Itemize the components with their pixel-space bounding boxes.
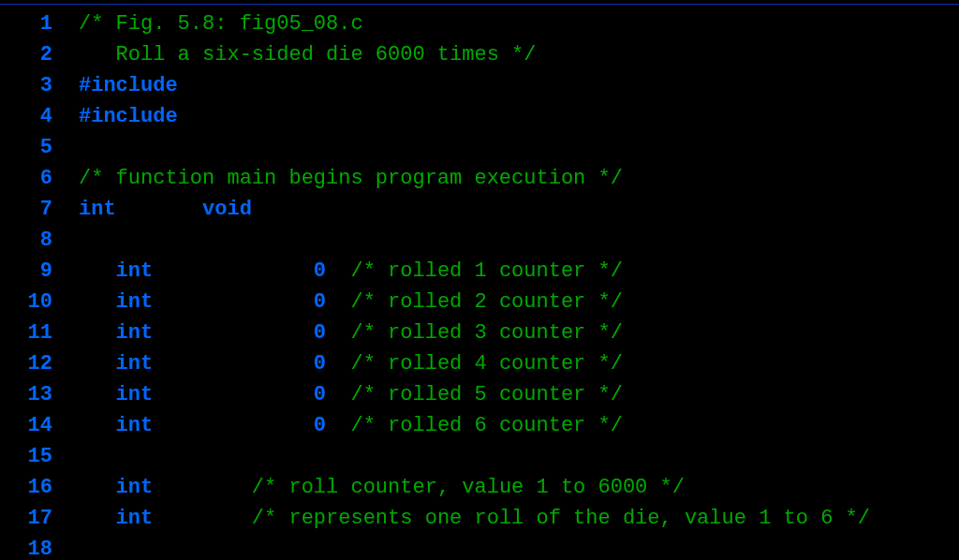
code-line: 2 Roll a six-sided die 6000 times */ (0, 39, 959, 70)
code-content: int 0 /* rolled 5 counter */ (52, 379, 959, 410)
code-line: 17 int /* represents one roll of the die… (0, 503, 959, 534)
token-plain (326, 414, 350, 437)
token-plain (79, 383, 116, 406)
code-content (52, 132, 959, 163)
token-number: 0 (314, 259, 326, 283)
token-plain (79, 290, 116, 314)
token-number: 0 (314, 352, 326, 376)
token-keyword: int (116, 507, 154, 530)
code-line: 1/* Fig. 5.8: fig05_08.c (0, 8, 959, 39)
code-content: #include (52, 101, 959, 132)
token-keyword: int (79, 198, 116, 221)
token-plain (79, 259, 116, 283)
token-keyword: int (116, 259, 154, 283)
code-line: 10 int 0 /* rolled 2 counter */ (0, 287, 959, 317)
token-keyword: int (116, 383, 154, 406)
token-plain (153, 507, 252, 530)
line-number: 5 (0, 132, 52, 163)
token-keyword: int (116, 321, 154, 345)
token-keyword: int (116, 414, 154, 437)
token-plain (326, 290, 350, 314)
token-comment: /* represents one roll of the die, value… (252, 507, 870, 530)
code-line: 14 int 0 /* rolled 6 counter */ (0, 410, 959, 441)
token-number: 0 (314, 414, 326, 437)
code-line: 11 int 0 /* rolled 3 counter */ (0, 317, 959, 348)
code-content: int 0 /* rolled 4 counter */ (52, 348, 959, 379)
code-editor: 1/* Fig. 5.8: fig05_08.c2 Roll a six-sid… (0, 8, 959, 560)
code-content: #include (52, 70, 959, 101)
token-comment: /* function main begins program executio… (79, 167, 623, 190)
code-content: int void (52, 194, 959, 225)
token-plain (326, 321, 350, 345)
line-number: 14 (0, 410, 52, 441)
code-line: 9 int 0 /* rolled 1 counter */ (0, 256, 959, 287)
token-keyword: #include (79, 105, 178, 128)
line-number: 3 (0, 70, 52, 101)
token-keyword: int (116, 290, 154, 314)
code-content: /* function main begins program executio… (52, 163, 959, 194)
line-number: 9 (0, 256, 52, 287)
code-line: 4#include (0, 101, 959, 132)
token-plain (153, 352, 314, 376)
token-plain (326, 352, 350, 376)
token-comment: /* rolled 3 counter */ (350, 321, 622, 345)
code-content: int /* roll counter, value 1 to 6000 */ (52, 472, 959, 503)
token-plain (153, 476, 252, 499)
code-line: 18 (0, 534, 959, 560)
code-line: 13 int 0 /* rolled 5 counter */ (0, 379, 959, 410)
token-keyword: int (116, 352, 154, 376)
token-comment: /* rolled 2 counter */ (350, 290, 622, 314)
token-number: 0 (314, 290, 326, 314)
code-line: 16 int /* roll counter, value 1 to 6000 … (0, 472, 959, 503)
code-line: 3#include (0, 70, 959, 101)
token-plain (153, 290, 314, 314)
token-comment: /* Fig. 5.8: fig05_08.c (79, 12, 363, 36)
code-content (52, 534, 959, 560)
code-content: /* Fig. 5.8: fig05_08.c (52, 8, 959, 39)
code-line: 5 (0, 132, 959, 163)
token-comment: /* roll counter, value 1 to 6000 */ (252, 476, 685, 499)
line-number: 1 (0, 8, 52, 39)
token-keyword: int (116, 476, 154, 499)
line-number: 13 (0, 379, 52, 410)
code-content: int 0 /* rolled 3 counter */ (52, 317, 959, 348)
line-number: 17 (0, 503, 52, 534)
code-content: Roll a six-sided die 6000 times */ (52, 39, 959, 70)
code-content (52, 225, 959, 256)
line-number: 2 (0, 39, 52, 70)
token-plain (79, 414, 116, 437)
token-comment: /* rolled 5 counter */ (350, 383, 622, 406)
code-line: 15 (0, 441, 959, 472)
token-plain (153, 414, 314, 437)
line-number: 16 (0, 472, 52, 503)
token-plain (79, 352, 116, 376)
line-number: 8 (0, 225, 52, 256)
code-line: 12 int 0 /* rolled 4 counter */ (0, 348, 959, 379)
code-content: int 0 /* rolled 1 counter */ (52, 256, 959, 287)
line-number: 7 (0, 194, 52, 225)
code-content: int 0 /* rolled 6 counter */ (52, 410, 959, 441)
token-keyword: #include (79, 74, 178, 97)
token-comment: Roll a six-sided die 6000 times */ (79, 43, 536, 66)
token-comment: /* rolled 4 counter */ (350, 352, 622, 376)
token-comment: /* rolled 6 counter */ (350, 414, 622, 437)
token-number: 0 (314, 321, 326, 345)
token-plain (116, 198, 202, 221)
token-comment: /* rolled 1 counter */ (350, 259, 622, 283)
code-content: int 0 /* rolled 2 counter */ (52, 287, 959, 317)
code-line: 6/* function main begins program executi… (0, 163, 959, 194)
token-keyword: void (202, 198, 252, 221)
line-number: 6 (0, 163, 52, 194)
line-number: 15 (0, 441, 52, 472)
token-plain (153, 321, 314, 345)
code-content (52, 441, 959, 472)
code-line: 7int void (0, 194, 959, 225)
token-plain (79, 321, 116, 345)
line-number: 12 (0, 348, 52, 379)
top-separator (0, 4, 959, 5)
token-plain (153, 383, 314, 406)
token-plain (79, 507, 116, 530)
line-number: 10 (0, 287, 52, 317)
line-number: 4 (0, 101, 52, 132)
code-line: 8 (0, 225, 959, 256)
